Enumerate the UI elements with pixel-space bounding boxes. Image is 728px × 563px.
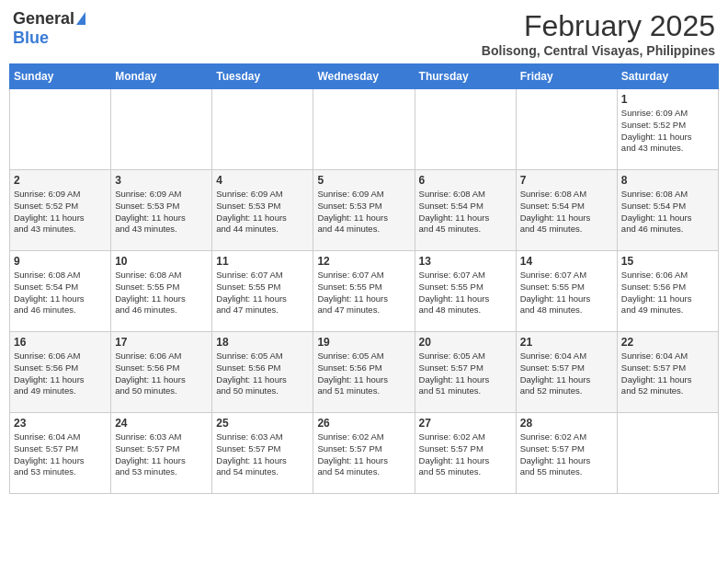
day-info: Sunrise: 6:08 AM Sunset: 5:55 PM Dayligh…	[115, 270, 208, 316]
day-number: 12	[317, 255, 410, 268]
calendar-cell: 8Sunrise: 6:08 AM Sunset: 5:54 PM Daylig…	[617, 170, 718, 251]
day-info: Sunrise: 6:09 AM Sunset: 5:52 PM Dayligh…	[621, 108, 714, 155]
title-section: February 2025 Bolisong, Central Visayas,…	[482, 9, 715, 58]
calendar-week-row: 23Sunrise: 6:04 AM Sunset: 5:57 PM Dayli…	[10, 413, 719, 494]
logo-blue-text: Blue	[13, 29, 49, 48]
calendar-cell: 14Sunrise: 6:07 AM Sunset: 5:55 PM Dayli…	[516, 251, 617, 332]
day-info: Sunrise: 6:03 AM Sunset: 5:57 PM Dayligh…	[216, 431, 309, 478]
day-info: Sunrise: 6:06 AM Sunset: 5:56 PM Dayligh…	[621, 270, 714, 316]
day-number: 10	[115, 255, 208, 268]
calendar-cell	[10, 89, 111, 170]
day-number: 28	[520, 417, 613, 430]
logo-triangle-icon	[76, 12, 85, 25]
calendar-cell: 4Sunrise: 6:09 AM Sunset: 5:53 PM Daylig…	[212, 170, 313, 251]
calendar-cell: 18Sunrise: 6:05 AM Sunset: 5:56 PM Dayli…	[212, 332, 313, 413]
logo-general-text: General	[13, 9, 74, 29]
day-info: Sunrise: 6:03 AM Sunset: 5:57 PM Dayligh…	[115, 431, 208, 478]
day-info: Sunrise: 6:08 AM Sunset: 5:54 PM Dayligh…	[621, 189, 714, 236]
day-number: 4	[216, 174, 309, 187]
day-number: 2	[14, 174, 107, 187]
calendar-week-row: 2Sunrise: 6:09 AM Sunset: 5:52 PM Daylig…	[10, 170, 719, 251]
day-number: 13	[419, 255, 512, 268]
day-info: Sunrise: 6:05 AM Sunset: 5:57 PM Dayligh…	[419, 350, 512, 397]
day-info: Sunrise: 6:08 AM Sunset: 5:54 PM Dayligh…	[520, 189, 613, 236]
calendar-cell: 9Sunrise: 6:08 AM Sunset: 5:54 PM Daylig…	[10, 251, 111, 332]
day-info: Sunrise: 6:09 AM Sunset: 5:53 PM Dayligh…	[317, 189, 410, 236]
calendar-cell: 12Sunrise: 6:07 AM Sunset: 5:55 PM Dayli…	[313, 251, 415, 332]
day-info: Sunrise: 6:02 AM Sunset: 5:57 PM Dayligh…	[520, 431, 613, 478]
day-number: 24	[115, 417, 208, 430]
day-number: 22	[621, 336, 714, 349]
calendar-cell	[516, 89, 617, 170]
calendar-cell: 6Sunrise: 6:08 AM Sunset: 5:54 PM Daylig…	[415, 170, 516, 251]
day-info: Sunrise: 6:08 AM Sunset: 5:54 PM Dayligh…	[14, 270, 107, 316]
calendar-week-row: 16Sunrise: 6:06 AM Sunset: 5:56 PM Dayli…	[10, 332, 719, 413]
day-number: 26	[317, 417, 410, 430]
calendar-cell: 25Sunrise: 6:03 AM Sunset: 5:57 PM Dayli…	[212, 413, 313, 494]
calendar-cell: 27Sunrise: 6:02 AM Sunset: 5:57 PM Dayli…	[415, 413, 516, 494]
calendar-cell: 11Sunrise: 6:07 AM Sunset: 5:55 PM Dayli…	[212, 251, 313, 332]
day-info: Sunrise: 6:07 AM Sunset: 5:55 PM Dayligh…	[317, 270, 410, 316]
day-number: 5	[317, 174, 410, 187]
day-number: 6	[419, 174, 512, 187]
calendar-cell	[617, 413, 718, 494]
calendar-cell	[111, 89, 212, 170]
day-number: 18	[216, 336, 309, 349]
weekday-header-friday: Friday	[516, 64, 617, 89]
calendar-table: SundayMondayTuesdayWednesdayThursdayFrid…	[9, 63, 719, 494]
calendar-cell: 16Sunrise: 6:06 AM Sunset: 5:56 PM Dayli…	[10, 332, 111, 413]
month-title: February 2025	[482, 9, 715, 43]
day-number: 11	[216, 255, 309, 268]
day-info: Sunrise: 6:09 AM Sunset: 5:52 PM Dayligh…	[14, 189, 107, 236]
calendar-cell	[212, 89, 313, 170]
day-info: Sunrise: 6:05 AM Sunset: 5:56 PM Dayligh…	[216, 350, 309, 397]
day-info: Sunrise: 6:07 AM Sunset: 5:55 PM Dayligh…	[520, 270, 613, 316]
day-number: 27	[419, 417, 512, 430]
calendar-cell: 17Sunrise: 6:06 AM Sunset: 5:56 PM Dayli…	[111, 332, 212, 413]
weekday-header-sunday: Sunday	[10, 64, 111, 89]
calendar-cell: 20Sunrise: 6:05 AM Sunset: 5:57 PM Dayli…	[415, 332, 516, 413]
calendar-cell: 7Sunrise: 6:08 AM Sunset: 5:54 PM Daylig…	[516, 170, 617, 251]
day-info: Sunrise: 6:05 AM Sunset: 5:56 PM Dayligh…	[317, 350, 410, 397]
day-number: 15	[621, 255, 714, 268]
day-info: Sunrise: 6:09 AM Sunset: 5:53 PM Dayligh…	[216, 189, 309, 236]
day-info: Sunrise: 6:02 AM Sunset: 5:57 PM Dayligh…	[317, 431, 410, 478]
calendar-cell: 23Sunrise: 6:04 AM Sunset: 5:57 PM Dayli…	[10, 413, 111, 494]
day-number: 20	[419, 336, 512, 349]
day-number: 17	[115, 336, 208, 349]
day-info: Sunrise: 6:07 AM Sunset: 5:55 PM Dayligh…	[419, 270, 512, 316]
day-number: 7	[520, 174, 613, 187]
day-number: 14	[520, 255, 613, 268]
calendar-cell: 28Sunrise: 6:02 AM Sunset: 5:57 PM Dayli…	[516, 413, 617, 494]
calendar-cell: 24Sunrise: 6:03 AM Sunset: 5:57 PM Dayli…	[111, 413, 212, 494]
day-info: Sunrise: 6:04 AM Sunset: 5:57 PM Dayligh…	[14, 431, 107, 478]
weekday-header-tuesday: Tuesday	[212, 64, 313, 89]
day-number: 8	[621, 174, 714, 187]
day-number: 23	[14, 417, 107, 430]
logo: General Blue	[13, 9, 85, 48]
calendar-cell: 26Sunrise: 6:02 AM Sunset: 5:57 PM Dayli…	[313, 413, 415, 494]
day-info: Sunrise: 6:08 AM Sunset: 5:54 PM Dayligh…	[419, 189, 512, 236]
day-number: 9	[14, 255, 107, 268]
day-info: Sunrise: 6:04 AM Sunset: 5:57 PM Dayligh…	[621, 350, 714, 397]
day-number: 1	[621, 93, 714, 106]
day-info: Sunrise: 6:07 AM Sunset: 5:55 PM Dayligh…	[216, 270, 309, 316]
calendar-cell: 15Sunrise: 6:06 AM Sunset: 5:56 PM Dayli…	[617, 251, 718, 332]
day-info: Sunrise: 6:06 AM Sunset: 5:56 PM Dayligh…	[14, 350, 107, 397]
day-info: Sunrise: 6:04 AM Sunset: 5:57 PM Dayligh…	[520, 350, 613, 397]
calendar-cell: 21Sunrise: 6:04 AM Sunset: 5:57 PM Dayli…	[516, 332, 617, 413]
calendar-cell	[313, 89, 415, 170]
day-number: 21	[520, 336, 613, 349]
calendar-cell: 1Sunrise: 6:09 AM Sunset: 5:52 PM Daylig…	[617, 89, 718, 170]
day-number: 3	[115, 174, 208, 187]
location-title: Bolisong, Central Visayas, Philippines	[482, 43, 715, 58]
day-info: Sunrise: 6:09 AM Sunset: 5:53 PM Dayligh…	[115, 189, 208, 236]
weekday-header-saturday: Saturday	[617, 64, 718, 89]
calendar-cell: 19Sunrise: 6:05 AM Sunset: 5:56 PM Dayli…	[313, 332, 415, 413]
calendar-cell: 13Sunrise: 6:07 AM Sunset: 5:55 PM Dayli…	[415, 251, 516, 332]
day-info: Sunrise: 6:06 AM Sunset: 5:56 PM Dayligh…	[115, 350, 208, 397]
day-info: Sunrise: 6:02 AM Sunset: 5:57 PM Dayligh…	[419, 431, 512, 478]
calendar-week-row: 9Sunrise: 6:08 AM Sunset: 5:54 PM Daylig…	[10, 251, 719, 332]
calendar-header-row: SundayMondayTuesdayWednesdayThursdayFrid…	[10, 64, 719, 89]
calendar-cell	[415, 89, 516, 170]
